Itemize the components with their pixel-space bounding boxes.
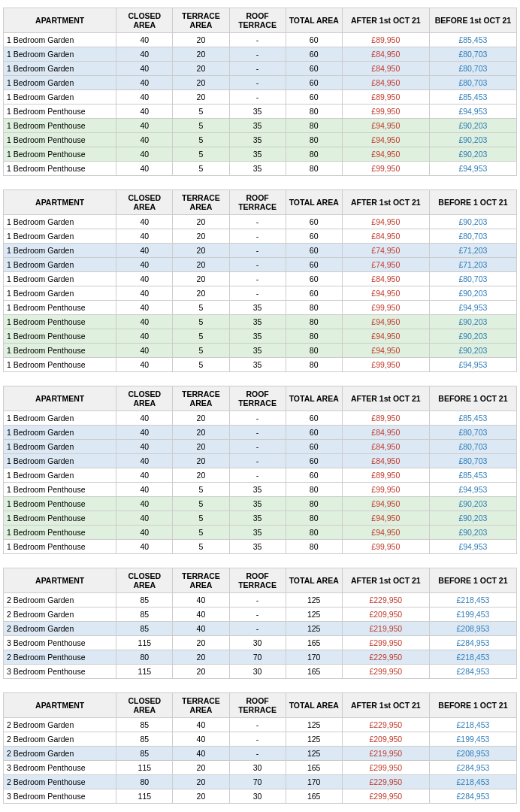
cell-1-4: 125: [286, 732, 342, 747]
cell-9-6: £94,953: [429, 540, 516, 554]
cell-4-5: £89,950: [342, 90, 429, 105]
table-row: 1 Bedroom Penthouse4053580£94,950£90,203: [4, 526, 517, 540]
cell-0-4: 60: [286, 215, 342, 229]
cell-4-5: £84,950: [342, 272, 429, 286]
cell-5-0: 3 Bedroom Penthouse: [4, 665, 116, 679]
cell-5-3: -: [229, 286, 286, 301]
table-row: 1 Bedroom Garden4020-60£89,950£85,453: [4, 411, 517, 426]
cell-2-6: £80,703: [429, 62, 516, 76]
cell-9-6: £90,203: [429, 344, 516, 358]
cell-4-5: £229,950: [342, 775, 429, 789]
cell-2-0: 2 Bedroom Garden: [4, 622, 116, 636]
cell-8-3: 35: [229, 147, 286, 162]
header-col-5: AFTER 1st OCT 21: [342, 190, 429, 215]
cell-0-5: £94,950: [342, 215, 429, 229]
cell-6-2: 5: [173, 497, 229, 511]
cell-9-6: £94,953: [429, 162, 516, 176]
cell-4-1: 40: [116, 468, 173, 483]
cell-2-2: 40: [173, 747, 229, 761]
cell-9-4: 80: [286, 162, 342, 176]
cell-7-2: 5: [173, 511, 229, 526]
header-col-3: ROOF TERRACE: [229, 693, 286, 718]
section-3: APARTMENTCLOSED AREATERRACE AREAROOF TER…: [3, 386, 517, 554]
cell-9-2: 5: [173, 344, 229, 358]
cell-5-6: £284,953: [429, 665, 516, 679]
cell-0-2: 20: [173, 215, 229, 229]
table-row: 1 Bedroom Penthouse4053580£94,950£90,203: [4, 119, 517, 133]
cell-4-6: £218,453: [429, 775, 516, 789]
cell-5-5: £99,950: [342, 483, 429, 497]
header-col-0: APARTMENT: [4, 190, 116, 215]
cell-3-5: £299,950: [342, 636, 429, 650]
cell-4-1: 40: [116, 90, 173, 105]
cell-5-3: 35: [229, 105, 286, 119]
cell-0-1: 85: [116, 718, 173, 732]
table-row: 2 Bedroom Garden8540-125£229,950£218,453: [4, 718, 517, 732]
cell-7-0: 1 Bedroom Penthouse: [4, 315, 116, 329]
header-col-2: TERRACE AREA: [173, 8, 229, 33]
table-row: 1 Bedroom Garden4020-60£84,950£80,703: [4, 47, 517, 62]
header-col-0: APARTMENT: [4, 8, 116, 33]
cell-4-4: 60: [286, 90, 342, 105]
cell-8-0: 1 Bedroom Penthouse: [4, 526, 116, 540]
cell-5-6: £90,203: [429, 286, 516, 301]
cell-0-4: 60: [286, 411, 342, 426]
cell-2-2: 40: [173, 622, 229, 636]
table-row: 1 Bedroom Penthouse4053580£94,950£90,203: [4, 147, 517, 162]
cell-1-3: -: [229, 607, 286, 622]
table-row: 1 Bedroom Garden4020-60£94,950£90,203: [4, 286, 517, 301]
cell-2-1: 85: [116, 622, 173, 636]
cell-7-4: 80: [286, 315, 342, 329]
cell-1-3: -: [229, 426, 286, 440]
cell-4-6: £218,453: [429, 650, 516, 665]
header-col-2: TERRACE AREA: [173, 190, 229, 215]
cell-4-0: 2 Bedroom Penthouse: [4, 775, 116, 789]
cell-4-2: 20: [173, 272, 229, 286]
cell-2-5: £74,950: [342, 244, 429, 258]
cell-10-0: 1 Bedroom Penthouse: [4, 358, 116, 372]
cell-4-4: 60: [286, 468, 342, 483]
cell-9-5: £94,950: [342, 344, 429, 358]
section-2: APARTMENTCLOSED AREATERRACE AREAROOF TER…: [3, 189, 517, 372]
header-col-4: TOTAL AREA: [286, 8, 342, 33]
table-row: 1 Bedroom Garden4020-60£89,950£85,453: [4, 33, 517, 47]
cell-10-3: 35: [229, 358, 286, 372]
table-row: 3 Bedroom Penthouse1152030165£299,950£28…: [4, 665, 517, 679]
cell-7-3: 35: [229, 315, 286, 329]
cell-3-0: 3 Bedroom Penthouse: [4, 636, 116, 650]
header-col-6: BEFORE 1 OCT 21: [429, 693, 516, 718]
cell-3-6: £71,203: [429, 258, 516, 272]
cell-9-1: 40: [116, 162, 173, 176]
cell-8-5: £94,950: [342, 147, 429, 162]
header-col-1: CLOSED AREA: [116, 190, 173, 215]
cell-6-1: 40: [116, 497, 173, 511]
cell-7-1: 40: [116, 315, 173, 329]
cell-3-3: -: [229, 76, 286, 90]
cell-1-5: £209,950: [342, 607, 429, 622]
cell-3-1: 115: [116, 636, 173, 650]
cell-3-4: 60: [286, 258, 342, 272]
cell-3-2: 20: [173, 761, 229, 775]
cell-5-4: 165: [286, 665, 342, 679]
header-col-1: CLOSED AREA: [116, 693, 173, 718]
cell-5-3: 30: [229, 665, 286, 679]
cell-0-6: £85,453: [429, 411, 516, 426]
cell-8-4: 80: [286, 329, 342, 344]
header-col-6: BEFORE 1 OCT 21: [429, 568, 516, 593]
cell-4-2: 20: [173, 775, 229, 789]
cell-5-6: £94,953: [429, 483, 516, 497]
cell-5-4: 60: [286, 286, 342, 301]
table-row: 2 Bedroom Garden8540-125£209,950£199,453: [4, 607, 517, 622]
table-row: 1 Bedroom Garden4020-60£84,950£80,703: [4, 454, 517, 468]
table-row: 2 Bedroom Garden8540-125£229,950£218,453: [4, 593, 517, 607]
cell-5-5: £99,950: [342, 105, 429, 119]
cell-5-1: 40: [116, 483, 173, 497]
cell-0-6: £218,453: [429, 718, 516, 732]
cell-0-2: 20: [173, 411, 229, 426]
cell-1-3: -: [229, 47, 286, 62]
table-row: 1 Bedroom Garden4020-60£84,950£80,703: [4, 229, 517, 244]
cell-1-0: 1 Bedroom Garden: [4, 47, 116, 62]
cell-6-1: 40: [116, 301, 173, 315]
cell-0-5: £89,950: [342, 33, 429, 47]
cell-5-2: 20: [173, 665, 229, 679]
